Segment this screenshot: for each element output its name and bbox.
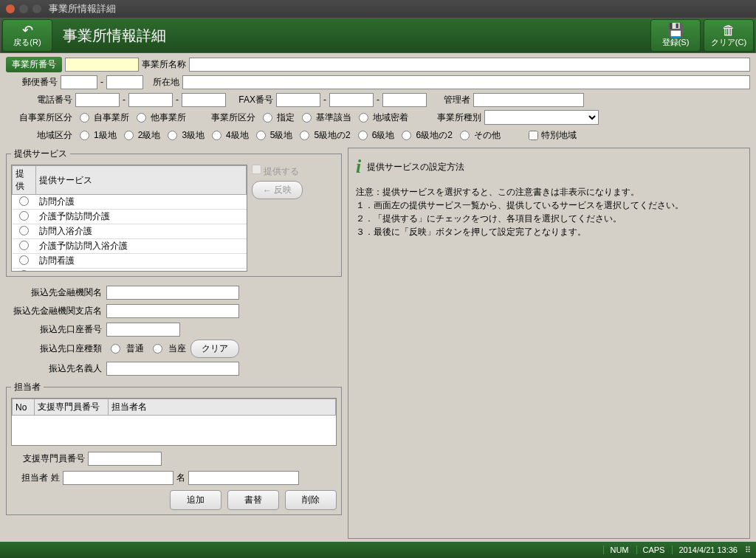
office-name-input[interactable] — [189, 58, 750, 72]
content-area: 事業所番号 事業所名称 郵便番号 - 所在地 電話番号 - - FAX番号 - … — [0, 53, 756, 542]
window-close-icon[interactable] — [6, 4, 15, 13]
statusbar: NUM CAPS 2014/4/21 13:36 ⠿ — [0, 542, 756, 558]
back-button[interactable]: ↶ 戻る(R) — [2, 19, 52, 52]
office-div-label: 事業所区分 — [189, 111, 255, 124]
tel3-input[interactable] — [182, 93, 226, 107]
bank-inst-input[interactable] — [106, 286, 239, 300]
service-radio[interactable] — [19, 196, 29, 206]
page-title: 事業所情報詳細 — [63, 26, 649, 46]
spec-no-input[interactable] — [88, 452, 162, 466]
app-header: ↶ 戻る(R) 事業所情報詳細 💾 登録(S) 🗑 クリア(C) — [0, 18, 756, 53]
info-title: 提供サービスの設定方法 — [367, 161, 464, 173]
special-region-checkbox[interactable] — [529, 131, 538, 140]
region-radio-4[interactable] — [212, 131, 221, 140]
office-div-radio-3[interactable] — [359, 113, 368, 123]
region-radio-6[interactable] — [300, 131, 309, 140]
app-window: 事業所情報詳細 ↶ 戻る(R) 事業所情報詳細 💾 登録(S) 🗑 クリア(C)… — [0, 0, 756, 558]
special-region-label: 特別地域 — [541, 129, 577, 142]
fax-label: FAX番号 — [229, 94, 273, 106]
staff-fieldset: 担当者 No 支援専門員番号 担当者名 支援専門員番号 — [6, 381, 342, 515]
window-minimize-icon[interactable] — [19, 4, 28, 13]
service-row[interactable]: 訪問入浴介護 — [13, 224, 247, 239]
back-arrow-icon: ↶ — [22, 24, 33, 37]
tel-label: 電話番号 — [6, 94, 72, 106]
staff-firstname-input[interactable] — [188, 471, 299, 485]
acct-type-radio-checking[interactable] — [153, 344, 162, 354]
service-radio[interactable] — [19, 255, 29, 265]
region-radio-7[interactable] — [358, 131, 368, 140]
service-row[interactable]: 介護予防訪問看護 — [13, 269, 247, 272]
bank-holder-input[interactable] — [106, 362, 239, 376]
staff-table[interactable]: No 支援専門員番号 担当者名 — [11, 398, 337, 446]
staff-add-button[interactable]: 追加 — [170, 490, 221, 510]
tel2-input[interactable] — [128, 93, 173, 107]
address-input[interactable] — [182, 75, 750, 89]
self-office-label: 自事業所区分 — [6, 111, 72, 124]
postal1-input[interactable] — [61, 75, 97, 89]
titlebar: 事業所情報詳細 — [0, 0, 756, 18]
status-caps: CAPS — [636, 545, 665, 554]
office-type-select[interactable] — [484, 110, 599, 125]
acct-type-radio-normal[interactable] — [111, 344, 120, 354]
manager-input[interactable] — [473, 93, 584, 107]
region-radio-8[interactable] — [402, 131, 411, 140]
service-row[interactable]: 訪問看護 — [13, 254, 247, 269]
bank-clear-button[interactable]: クリア — [190, 340, 239, 358]
address-label: 所在地 — [146, 76, 179, 89]
region-radio-1[interactable] — [80, 131, 89, 140]
bank-acctno-input[interactable] — [106, 323, 180, 337]
info-icon: i — [356, 156, 361, 178]
left-arrow-icon: ← — [263, 185, 272, 196]
save-icon: 💾 — [667, 24, 684, 37]
resize-grip-icon[interactable]: ⠿ — [745, 545, 750, 555]
services-fieldset: 提供サービス 提供 提供サービス 訪問介護介護予防訪問介護訪問入浴介護介護予防訪… — [6, 148, 342, 277]
service-radio[interactable] — [19, 270, 29, 272]
clear-button[interactable]: 🗑 クリア(C) — [704, 19, 754, 52]
status-datetime: 2014/4/21 13:36 — [672, 545, 738, 554]
region-div-label: 地域区分 — [6, 129, 72, 142]
service-radio[interactable] — [19, 211, 29, 221]
office-div-radio-2[interactable] — [302, 113, 312, 123]
office-type-label: 事業所種別 — [411, 111, 481, 124]
window-title: 事業所情報詳細 — [49, 2, 116, 16]
fax2-input[interactable] — [329, 93, 374, 107]
region-radio-9[interactable] — [460, 131, 470, 140]
fax1-input[interactable] — [276, 93, 320, 107]
bank-branch-input[interactable] — [106, 304, 239, 318]
service-row[interactable]: 介護予防訪問介護 — [13, 210, 247, 224]
staff-edit-button[interactable]: 書替 — [227, 490, 279, 510]
fax3-input[interactable] — [382, 93, 427, 107]
region-radio-3[interactable] — [168, 131, 177, 140]
provide-checkbox-area: 提供する — [252, 165, 303, 178]
region-radio-2[interactable] — [124, 131, 134, 140]
service-list[interactable]: 提供 提供サービス 訪問介護介護予防訪問介護訪問入浴介護介護予防訪問入浴介護訪問… — [11, 165, 247, 272]
service-radio[interactable] — [19, 226, 29, 235]
office-number-input[interactable] — [65, 58, 139, 72]
postal2-input[interactable] — [106, 75, 143, 89]
info-panel: i 提供サービスの設定方法 注意：提供サービスを選択すると、この注意書きは非表示… — [348, 148, 750, 539]
service-row[interactable]: 介護予防訪問入浴介護 — [13, 239, 247, 254]
provide-checkbox — [252, 165, 261, 174]
region-radio-5[interactable] — [256, 131, 266, 140]
trash-icon: 🗑 — [722, 24, 735, 37]
office-name-label: 事業所名称 — [142, 58, 186, 71]
service-radio[interactable] — [19, 241, 29, 250]
staff-delete-button[interactable]: 削除 — [285, 490, 337, 510]
postal-label: 郵便番号 — [6, 76, 58, 89]
reflect-button[interactable]: ←反映 — [252, 181, 303, 199]
service-row[interactable]: 訪問介護 — [13, 195, 247, 210]
tel1-input[interactable] — [75, 93, 120, 107]
office-number-tag: 事業所番号 — [6, 57, 62, 72]
window-maximize-icon[interactable] — [32, 4, 41, 13]
staff-lastname-input[interactable] — [63, 471, 173, 485]
status-num: NUM — [603, 545, 628, 554]
self-office-radio-self[interactable] — [80, 113, 89, 123]
manager-label: 管理者 — [430, 94, 470, 106]
self-office-radio-other[interactable] — [137, 113, 146, 123]
office-div-radio-1[interactable] — [263, 113, 272, 123]
register-button[interactable]: 💾 登録(S) — [650, 19, 701, 52]
